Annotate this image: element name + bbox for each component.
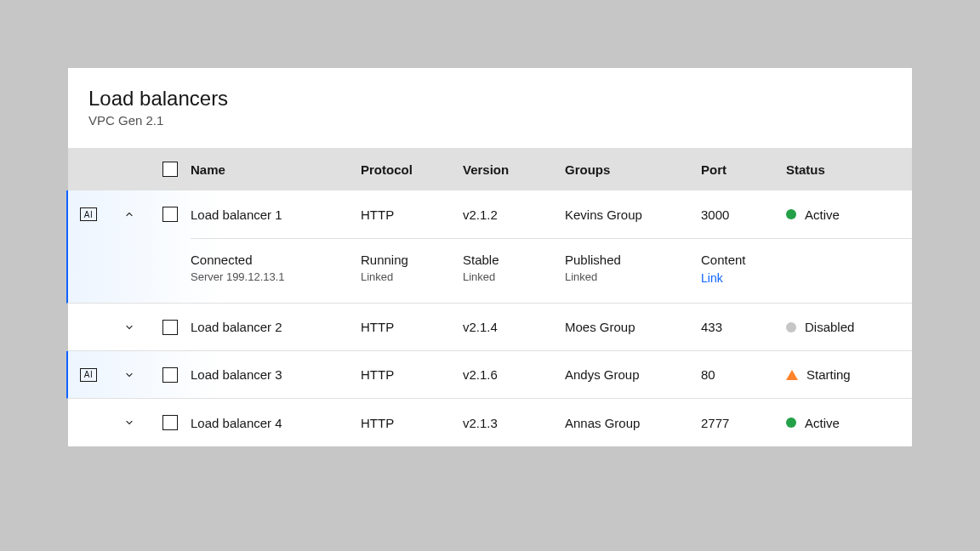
col-header-status[interactable]: Status (786, 149, 912, 190)
table-header: Name Protocol Version Groups Port Status (68, 148, 912, 190)
panel-header: Load balancers VPC Gen 2.1 (68, 68, 912, 148)
detail-published: Published Linked (565, 253, 701, 286)
cell-version: v2.1.2 (463, 194, 565, 236)
cell-status: Starting (786, 354, 912, 395)
cell-status: Active (786, 194, 912, 236)
cell-status: Disabled (786, 306, 912, 348)
page-subtitle: VPC Gen 2.1 (88, 113, 892, 128)
chevron-down-icon[interactable] (123, 417, 135, 429)
cell-groups: Moes Group (565, 306, 701, 348)
table-row[interactable]: Load balancer 2 HTTP v2.1.4 Moes Group 4… (68, 304, 912, 351)
cell-protocol: HTTP (361, 354, 463, 395)
cell-version: v2.1.6 (463, 354, 565, 395)
ai-badge-icon: AI (80, 207, 97, 221)
col-header-name[interactable]: Name (191, 149, 361, 190)
load-balancers-table: Name Protocol Version Groups Port Status… (68, 148, 912, 446)
cell-name: Load balancer 4 (191, 402, 361, 444)
table-row[interactable]: AI Load balancer 3 HTTP v2.1.6 Andys Gro… (66, 351, 912, 399)
col-ai-badge (68, 156, 109, 183)
cell-name: Load balancer 2 (191, 306, 361, 348)
ai-badge-icon: AI (80, 368, 97, 382)
status-label: Active (805, 416, 840, 430)
ai-badge-cell: AI (68, 355, 109, 395)
cell-groups: Annas Group (565, 402, 701, 444)
cell-port: 2777 (701, 402, 786, 444)
cell-name: Load balancer 3 (191, 354, 361, 395)
row-checkbox[interactable] (162, 207, 178, 222)
ai-badge-cell (68, 409, 109, 436)
col-header-groups[interactable]: Groups (565, 149, 701, 190)
row-checkbox[interactable] (162, 367, 178, 383)
cell-groups: Kevins Group (565, 194, 701, 236)
cell-protocol: HTTP (361, 306, 463, 348)
cell-status: Active (786, 402, 912, 444)
detail-content: Content Link (701, 253, 786, 286)
cell-protocol: HTTP (361, 194, 463, 236)
ai-badge-cell (68, 314, 109, 341)
cell-groups: Andys Group (565, 354, 701, 395)
status-label: Active (805, 207, 840, 222)
col-checkbox (150, 148, 191, 190)
page-title: Load balancers (88, 85, 892, 111)
table-row[interactable]: AI Load balancer 1 HTTP v2.1.2 Kevins Gr… (66, 190, 912, 238)
ai-badge-cell: AI (68, 194, 109, 235)
table-row[interactable]: Load balancer 4 HTTP v2.1.3 Annas Group … (68, 399, 912, 446)
status-label: Starting (806, 367, 851, 382)
cell-version: v2.1.3 (463, 402, 565, 444)
table-body: AI Load balancer 1 HTTP v2.1.2 Kevins Gr… (68, 190, 912, 446)
select-all-checkbox[interactable] (162, 162, 178, 177)
detail-stable: Stable Linked (463, 253, 565, 286)
row-checkbox[interactable] (162, 320, 178, 335)
col-expand (109, 156, 150, 183)
cell-port: 3000 (701, 194, 786, 236)
col-header-protocol[interactable]: Protocol (361, 149, 463, 190)
detail-running: Running Linked (361, 253, 463, 286)
detail-connected: Connected Server 199.12.13.1 (191, 253, 361, 286)
cell-version: v2.1.4 (463, 306, 565, 348)
col-header-port[interactable]: Port (701, 149, 786, 190)
cell-protocol: HTTP (361, 402, 463, 444)
expanded-detail: Connected Server 199.12.13.1 Running Lin… (66, 238, 912, 304)
status-triangle-icon (786, 370, 798, 380)
status-label: Disabled (805, 320, 854, 334)
cell-port: 433 (701, 306, 786, 348)
status-dot-icon (786, 209, 796, 219)
cell-port: 80 (701, 354, 786, 395)
status-dot-icon (786, 322, 796, 332)
chevron-down-icon[interactable] (123, 369, 135, 381)
detail-link[interactable]: Link (701, 271, 723, 285)
row-checkbox[interactable] (162, 415, 178, 430)
cell-name: Load balancer 1 (191, 194, 361, 236)
load-balancers-panel: Load balancers VPC Gen 2.1 Name Protocol… (68, 68, 912, 446)
chevron-up-icon[interactable] (123, 208, 135, 220)
col-header-version[interactable]: Version (463, 149, 565, 190)
chevron-down-icon[interactable] (123, 321, 135, 333)
status-dot-icon (786, 418, 796, 428)
